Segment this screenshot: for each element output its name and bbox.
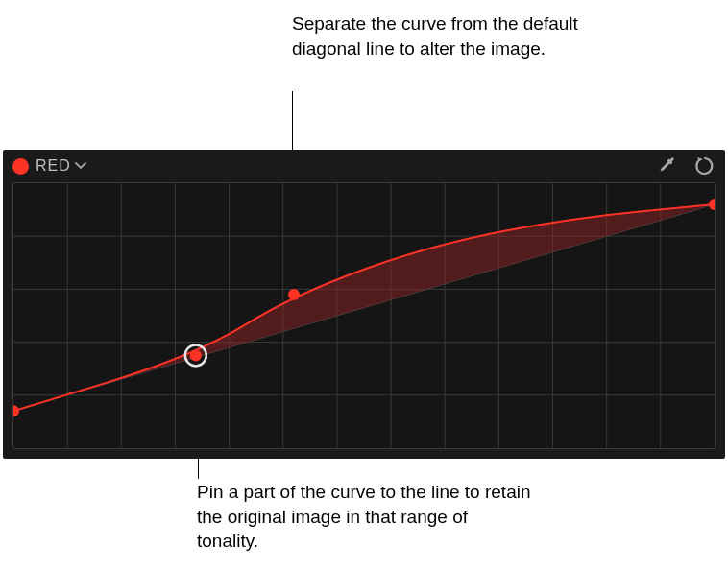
reset-arrow-icon[interactable] [694,155,716,177]
annotation-pin: Pin a part of the curve to the line to r… [197,480,533,554]
annotation-separate: Separate the curve from the default diag… [292,12,609,60]
svg-point-17 [13,405,19,416]
color-curves-panel: RED [3,150,725,459]
svg-point-19 [190,349,202,361]
channel-color-dot [12,158,29,175]
curve-grid[interactable] [12,182,716,449]
svg-point-20 [288,289,300,300]
channel-select[interactable]: RED [36,157,71,175]
chevron-down-icon[interactable] [75,159,86,173]
svg-point-21 [709,199,715,210]
panel-header: RED [3,150,725,180]
eyedropper-icon[interactable] [656,155,677,177]
